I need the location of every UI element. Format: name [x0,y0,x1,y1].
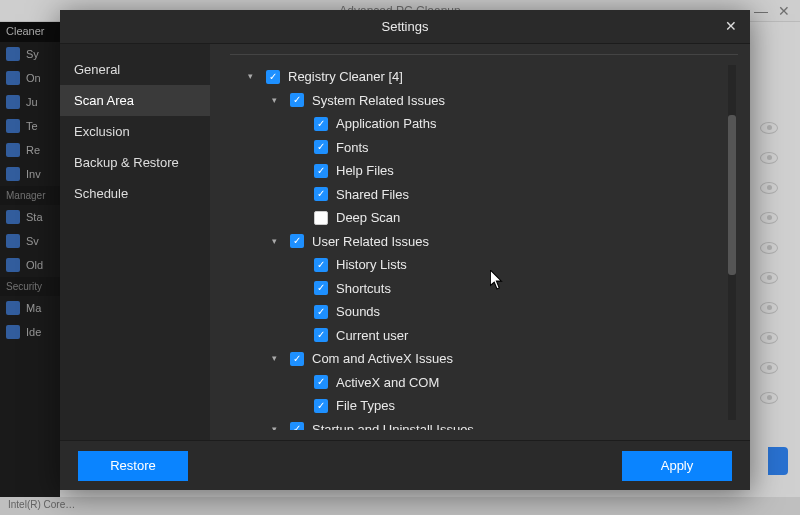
tree-row[interactable]: File Types [234,394,734,418]
checkbox[interactable] [290,234,304,248]
tree-label: Registry Cleaner [4] [288,67,403,87]
checkbox[interactable] [314,375,328,389]
checkbox[interactable] [314,281,328,295]
modal-body: GeneralScan AreaExclusionBackup & Restor… [60,44,750,440]
tree-label: Application Paths [336,114,436,134]
checkbox[interactable] [290,422,304,430]
checkbox[interactable] [314,117,328,131]
restore-button[interactable]: Restore [78,451,188,481]
caret-icon[interactable]: ▾ [272,423,282,431]
tree-row[interactable]: History Lists [234,253,734,277]
caret-icon[interactable]: ▾ [272,235,282,249]
tree-label: Fonts [336,138,369,158]
settings-sidebar: GeneralScan AreaExclusionBackup & Restor… [60,44,210,440]
close-icon[interactable]: ✕ [722,18,740,36]
tree-label: User Related Issues [312,232,429,252]
tree-row[interactable]: Application Paths [234,112,734,136]
tree-label: History Lists [336,255,407,275]
caret-icon[interactable]: ▾ [272,94,282,108]
tree-label: Startup and Uninstall Issues [312,420,474,431]
tree-label: Deep Scan [336,208,400,228]
tree-label: Current user [336,326,408,346]
scrollbar-thumb[interactable] [728,115,736,275]
scrollbar[interactable] [728,65,736,420]
settings-tab-general[interactable]: General [60,54,210,85]
scan-area-panel: ▾Registry Cleaner [4]▾System Related Iss… [230,54,738,430]
modal-title: Settings [382,19,429,34]
settings-modal: Settings ✕ GeneralScan AreaExclusionBack… [60,10,750,490]
modal-footer: Restore Apply [60,440,750,490]
modal-header: Settings ✕ [60,10,750,44]
checkbox[interactable] [266,70,280,84]
checkbox[interactable] [314,258,328,272]
tree-row[interactable]: ▾Com and ActiveX Issues [234,347,734,371]
checkbox[interactable] [314,328,328,342]
tree-row[interactable]: Shared Files [234,183,734,207]
checkbox[interactable] [314,187,328,201]
settings-tab-schedule[interactable]: Schedule [60,178,210,209]
tree-row[interactable]: ▾Registry Cleaner [4] [234,65,734,89]
caret-icon[interactable]: ▾ [272,352,282,366]
settings-content: ▾Registry Cleaner [4]▾System Related Iss… [210,44,750,440]
checkbox[interactable] [290,93,304,107]
checkbox[interactable] [314,164,328,178]
checkbox[interactable] [314,211,328,225]
checkbox[interactable] [314,399,328,413]
tree-row[interactable]: ▾System Related Issues [234,89,734,113]
tree-label: File Types [336,396,395,416]
settings-tab-backup-restore[interactable]: Backup & Restore [60,147,210,178]
checkbox[interactable] [314,140,328,154]
tree-row[interactable]: Fonts [234,136,734,160]
settings-tab-scan-area[interactable]: Scan Area [60,85,210,116]
tree-label: Sounds [336,302,380,322]
registry-tree: ▾Registry Cleaner [4]▾System Related Iss… [230,55,738,430]
caret-icon[interactable]: ▾ [248,70,258,84]
tree-label: System Related Issues [312,91,445,111]
tree-label: Shortcuts [336,279,391,299]
tree-row[interactable]: Deep Scan [234,206,734,230]
tree-label: Help Files [336,161,394,181]
tree-label: Shared Files [336,185,409,205]
tree-row[interactable]: ▾User Related Issues [234,230,734,254]
settings-tab-exclusion[interactable]: Exclusion [60,116,210,147]
checkbox[interactable] [290,352,304,366]
tree-row[interactable]: Shortcuts [234,277,734,301]
tree-row[interactable]: Help Files [234,159,734,183]
tree-label: ActiveX and COM [336,373,439,393]
tree-row[interactable]: Current user [234,324,734,348]
tree-row[interactable]: ActiveX and COM [234,371,734,395]
tree-row[interactable]: ▾Startup and Uninstall Issues [234,418,734,431]
checkbox[interactable] [314,305,328,319]
tree-row[interactable]: Sounds [234,300,734,324]
tree-label: Com and ActiveX Issues [312,349,453,369]
apply-button[interactable]: Apply [622,451,732,481]
